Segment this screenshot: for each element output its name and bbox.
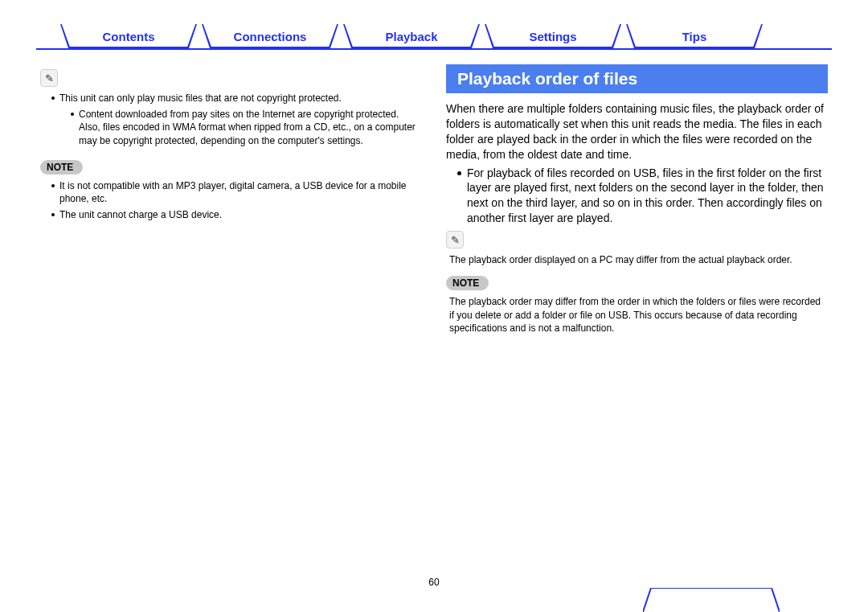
pencil-icon: ✎ — [446, 231, 464, 248]
page-number: 60 — [0, 577, 868, 588]
note-list: It is not compatible with an MP3 player,… — [40, 179, 422, 222]
info-list: For playback of files recorded on USB, f… — [446, 166, 828, 227]
tab-contents[interactable]: Contents — [60, 24, 197, 48]
tab-connections[interactable]: Connections — [202, 24, 338, 48]
section-heading: Playback order of files — [446, 64, 828, 93]
list-item: Content downloaded from pay sites on the… — [71, 108, 422, 147]
list-item: It is not compatible with an MP3 player,… — [51, 179, 422, 205]
list-text: This unit can only play music files that… — [59, 92, 342, 104]
list-item: For playback of files recorded on USB, f… — [457, 166, 828, 227]
list-item: The unit cannot charge a USB device. — [51, 208, 422, 221]
tab-playback[interactable]: Playback — [343, 24, 480, 48]
nav-tabs: Contents Connections Playback Settings T… — [36, 24, 832, 50]
note-text: The playback order may differ from the o… — [446, 295, 828, 335]
note-label: NOTE — [446, 276, 489, 290]
tab-label: Tips — [626, 24, 763, 48]
tab-label: Connections — [202, 24, 338, 48]
pencil-icon: ✎ — [40, 69, 58, 87]
list-item: This unit can only play music files that… — [51, 92, 422, 147]
tab-label: Settings — [485, 24, 621, 48]
pencil-note-text: The playback order displayed on a PC may… — [446, 253, 828, 266]
tab-settings[interactable]: Settings — [485, 24, 621, 48]
tab-label: Playback — [343, 24, 480, 48]
info-list: This unit can only play music files that… — [40, 92, 422, 147]
page-content: ✎ This unit can only play music files th… — [40, 64, 828, 564]
tab-tips[interactable]: Tips — [626, 24, 763, 48]
tab-label: Contents — [60, 24, 197, 48]
right-column: Playback order of files When there are m… — [446, 64, 828, 564]
left-column: ✎ This unit can only play music files th… — [40, 64, 422, 564]
bottom-tab-handle[interactable] — [643, 588, 780, 612]
note-label: NOTE — [40, 160, 83, 175]
paragraph: When there are multiple folders containi… — [446, 101, 828, 162]
